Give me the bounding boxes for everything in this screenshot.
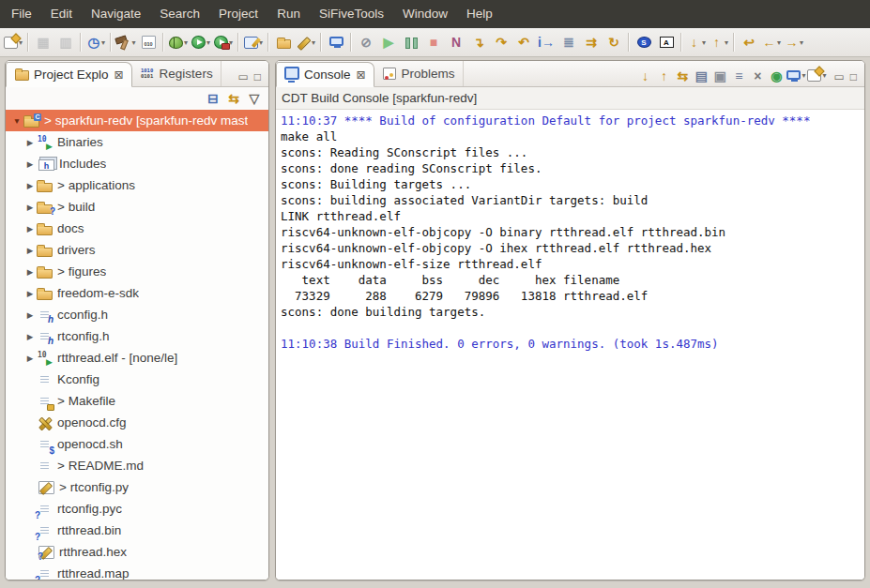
step-return-button[interactable]: ↶	[512, 30, 535, 54]
tree-item[interactable]: rtconfig.h	[6, 325, 268, 347]
menu-run[interactable]: Run	[267, 0, 310, 28]
profile-button[interactable]: ▾	[212, 30, 235, 54]
resume-at-line-button[interactable]: ⇉	[580, 30, 603, 54]
tree-item[interactable]: Kconfig	[6, 369, 268, 390]
mark-occurrences-button[interactable]: ▾	[295, 30, 317, 54]
menu-window[interactable]: Window	[393, 0, 457, 28]
last-edit-location-button[interactable]: ↩	[738, 30, 760, 54]
menu-project[interactable]: Project	[209, 0, 267, 28]
link-with-editor-button[interactable]: ⇆	[225, 89, 242, 107]
new-editor-button[interactable]: ▾	[242, 30, 265, 54]
close-icon[interactable]: ⊠	[357, 68, 366, 82]
tree-item[interactable]: cconfig.h	[6, 304, 268, 325]
collapse-all-button[interactable]: ⊟	[205, 89, 221, 107]
tab-console[interactable]: Console⊠	[276, 62, 374, 87]
tree-item[interactable]: > build	[6, 196, 268, 218]
twisty-collapsed-icon[interactable]	[23, 354, 37, 363]
verbose-console-button[interactable]	[655, 30, 678, 54]
twisty-collapsed-icon[interactable]	[23, 310, 37, 320]
tree-item[interactable]: Binaries	[6, 131, 268, 153]
tree-item[interactable]: > figures	[6, 261, 268, 282]
menu-edit[interactable]: Edit	[41, 0, 82, 28]
suspend-button[interactable]	[400, 30, 422, 54]
no-edit-button[interactable]: ⊘	[355, 30, 377, 54]
console-output[interactable]: 11:10:37 **** Build of configuration Def…	[276, 110, 864, 580]
save-all-button[interactable]: ▥	[54, 30, 77, 54]
next-annotation-button[interactable]: ↓▾	[685, 30, 708, 54]
minimize-button[interactable]: ▭	[833, 71, 844, 83]
skip-all-breakpoints-button[interactable]	[633, 30, 655, 54]
tree-item[interactable]: Includes	[6, 153, 268, 174]
scroll-lock-button[interactable]: ▣	[711, 67, 728, 84]
run-button[interactable]: ▾	[190, 30, 212, 54]
menu-help[interactable]: Help	[457, 0, 502, 28]
tree-item[interactable]: > rtconfig.py	[6, 476, 268, 498]
build-button[interactable]: ▾	[114, 30, 137, 54]
debug-button[interactable]: ▾	[167, 30, 190, 54]
tree-item[interactable]: > Makefile	[6, 390, 268, 412]
disconnect-button[interactable]: N	[445, 30, 467, 54]
scroll-up-button[interactable]: ↑	[655, 67, 672, 84]
display-selected-console-button[interactable]: ▾	[786, 67, 805, 84]
tree-item[interactable]: drivers	[6, 239, 268, 261]
minimize-button[interactable]: ▭	[237, 71, 248, 83]
tree-item[interactable]: > README.md	[6, 455, 268, 476]
twisty-collapsed-icon[interactable]	[23, 289, 37, 298]
instruction-stepping-button[interactable]: i→	[535, 30, 557, 54]
terminate-button[interactable]: ■	[422, 30, 445, 54]
tree-item[interactable]: rtthread.bin	[6, 520, 268, 541]
twisty-collapsed-icon[interactable]	[23, 203, 37, 212]
open-console-button[interactable]: ▾	[807, 67, 826, 84]
clear-console-button[interactable]: ×	[749, 67, 766, 84]
tree-item[interactable]: freedom-e-sdk	[6, 282, 268, 304]
tab-problems[interactable]: Problems	[374, 61, 464, 86]
back-button[interactable]: ←▾	[760, 30, 783, 54]
tab-registers[interactable]: Registers	[132, 61, 221, 86]
tree-item[interactable]: rtthread.elf - [none/le]	[6, 347, 268, 369]
menu-sifivetools[interactable]: SiFiveTools	[310, 0, 393, 28]
twisty-collapsed-icon[interactable]	[23, 138, 37, 147]
close-icon[interactable]: ⊠	[114, 68, 124, 82]
step-over-button[interactable]: ↷	[490, 30, 512, 54]
resume-button[interactable]: ▶	[377, 30, 400, 54]
forward-button[interactable]: →▾	[783, 30, 805, 54]
twisty-expanded-icon[interactable]	[10, 116, 23, 126]
maximize-button[interactable]: □	[850, 71, 857, 83]
tree-item[interactable]: rtthread.hex	[6, 541, 268, 563]
move-to-line-button[interactable]: ≣	[557, 30, 580, 54]
maximize-button[interactable]: □	[254, 71, 261, 83]
show-console-when-output-changes-button[interactable]: ⇆	[674, 67, 691, 84]
twisty-collapsed-icon[interactable]	[23, 181, 37, 190]
restart-button[interactable]: ↻	[603, 30, 625, 54]
binary-file-button[interactable]	[137, 30, 160, 54]
open-console-view-button[interactable]	[325, 30, 347, 54]
twisty-collapsed-icon[interactable]	[23, 224, 37, 234]
tree-item[interactable]: > sparkfun-redv [sparkfun-redv mast	[6, 110, 268, 131]
tab-project-explo[interactable]: Project Explo⊠	[6, 62, 132, 87]
twisty-collapsed-icon[interactable]	[23, 246, 37, 255]
menu-search[interactable]: Search	[150, 0, 209, 28]
tree-item[interactable]: openocd.cfg	[6, 412, 268, 433]
pin-console-button[interactable]: ◉	[768, 67, 785, 84]
twisty-collapsed-icon[interactable]	[23, 332, 37, 341]
twisty-collapsed-icon[interactable]	[23, 159, 37, 169]
tree-item[interactable]: rtthread.map	[6, 563, 268, 580]
save-button[interactable]: ▦	[32, 30, 54, 54]
debug-configurations-button[interactable]: ◷▾	[84, 30, 107, 54]
open-element-button[interactable]	[272, 30, 295, 54]
tree-item[interactable]: > applications	[6, 174, 268, 196]
menu-navigate[interactable]: Navigate	[82, 0, 150, 28]
view-menu-button[interactable]: ▽	[246, 89, 263, 107]
tree-item[interactable]: rtconfig.pyc	[6, 498, 268, 520]
word-wrap-button[interactable]: ≡	[730, 67, 747, 84]
tree-item-label: cconfig.h	[57, 308, 108, 322]
step-into-button[interactable]: ↴	[467, 30, 490, 54]
previous-annotation-button[interactable]: ↑▾	[708, 30, 730, 54]
scroll-down-button[interactable]: ↓	[636, 67, 653, 84]
new-wizard-button[interactable]: ▾	[2, 30, 24, 54]
menu-file[interactable]: File	[2, 0, 41, 28]
save-console-button[interactable]: ▤	[693, 67, 710, 84]
tree-item[interactable]: openocd.sh	[6, 433, 268, 455]
twisty-collapsed-icon[interactable]	[23, 267, 37, 277]
tree-item[interactable]: docs	[6, 218, 268, 239]
